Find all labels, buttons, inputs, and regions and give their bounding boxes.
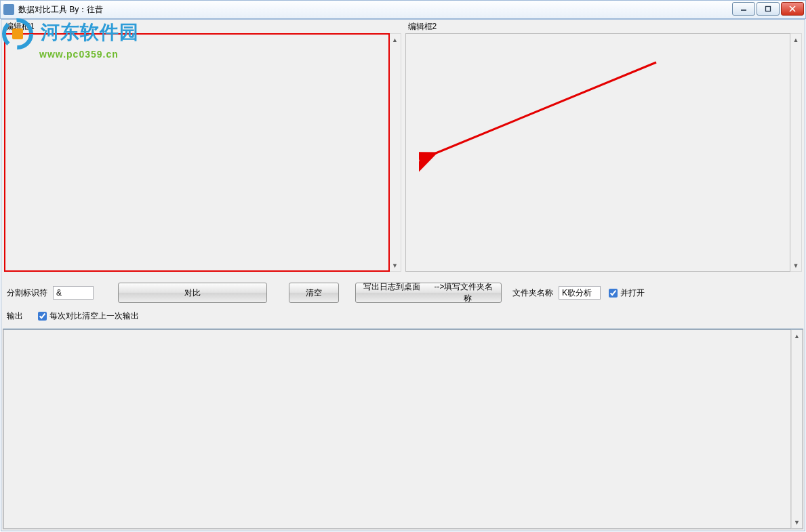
minimize-button[interactable] bbox=[732, 2, 755, 16]
edit-box-2-label: 编辑框2 bbox=[403, 20, 805, 33]
scroll-down-icon: ▼ bbox=[792, 516, 802, 528]
output-box: ▲ ▼ bbox=[3, 329, 803, 529]
and-open-checkbox[interactable] bbox=[609, 289, 618, 298]
controls-row: 分割标识符 对比 清空 写出日志到桌面 -->填写文件夹名 称 文件夹名称 并打… bbox=[1, 272, 805, 310]
output-scrollbar[interactable]: ▲ ▼ bbox=[791, 329, 803, 529]
scroll-up-icon: ▲ bbox=[790, 34, 801, 45]
output-textarea[interactable] bbox=[3, 329, 791, 529]
scroll-down-icon: ▼ bbox=[390, 260, 401, 271]
scroll-up-icon: ▲ bbox=[390, 34, 401, 45]
client-area: 编辑框1 编辑框2 ▲ ▼ ▲ ▼ 分割标识符 对比 bbox=[1, 19, 805, 531]
scroll-up-icon: ▲ bbox=[792, 330, 802, 342]
edit-textarea-1[interactable] bbox=[4, 33, 390, 272]
edit-pane-1: ▲ ▼ bbox=[4, 33, 401, 272]
output-row: 输出 每次对比清空上一次输出 bbox=[1, 310, 805, 325]
minimize-icon bbox=[740, 5, 747, 12]
separator-label: 分割标识符 bbox=[7, 287, 47, 299]
scrollbar-2[interactable]: ▲ ▼ bbox=[790, 33, 802, 272]
maximize-button[interactable] bbox=[757, 2, 780, 16]
and-open-checkbox-wrap[interactable]: 并打开 bbox=[609, 287, 645, 299]
svg-rect-1 bbox=[766, 7, 771, 12]
clear-each-checkbox[interactable] bbox=[38, 312, 47, 321]
app-icon bbox=[3, 4, 14, 15]
folder-name-input[interactable] bbox=[559, 286, 601, 300]
compare-button[interactable]: 对比 bbox=[118, 283, 267, 303]
scroll-down-icon: ▼ bbox=[790, 260, 801, 271]
and-open-label: 并打开 bbox=[620, 287, 645, 299]
scrollbar-1[interactable]: ▲ ▼ bbox=[390, 33, 401, 272]
edit-pane-2: ▲ ▼ bbox=[405, 33, 803, 272]
clear-each-checkbox-wrap[interactable]: 每次对比清空上一次输出 bbox=[38, 310, 139, 322]
window-controls bbox=[732, 2, 804, 16]
edit-box-1-label: 编辑框1 bbox=[1, 20, 403, 33]
write-log-button[interactable]: 写出日志到桌面 -->填写文件夹名 称 bbox=[355, 283, 502, 303]
maximize-icon bbox=[765, 5, 771, 12]
pane-labels-row: 编辑框1 编辑框2 bbox=[1, 20, 805, 33]
close-button[interactable] bbox=[781, 2, 804, 16]
edit-textarea-2[interactable] bbox=[405, 33, 791, 272]
output-label: 输出 bbox=[7, 310, 23, 322]
close-icon bbox=[789, 5, 796, 12]
clear-each-label: 每次对比清空上一次输出 bbox=[49, 310, 139, 322]
separator-input[interactable] bbox=[53, 286, 94, 300]
clear-button[interactable]: 清空 bbox=[289, 283, 339, 303]
folder-name-label: 文件夹名称 bbox=[512, 287, 553, 299]
window-title: 数据对比工具 By：往昔 bbox=[18, 4, 103, 16]
pane-row: ▲ ▼ ▲ ▼ bbox=[1, 33, 805, 272]
titlebar: 数据对比工具 By：往昔 bbox=[0, 0, 806, 19]
